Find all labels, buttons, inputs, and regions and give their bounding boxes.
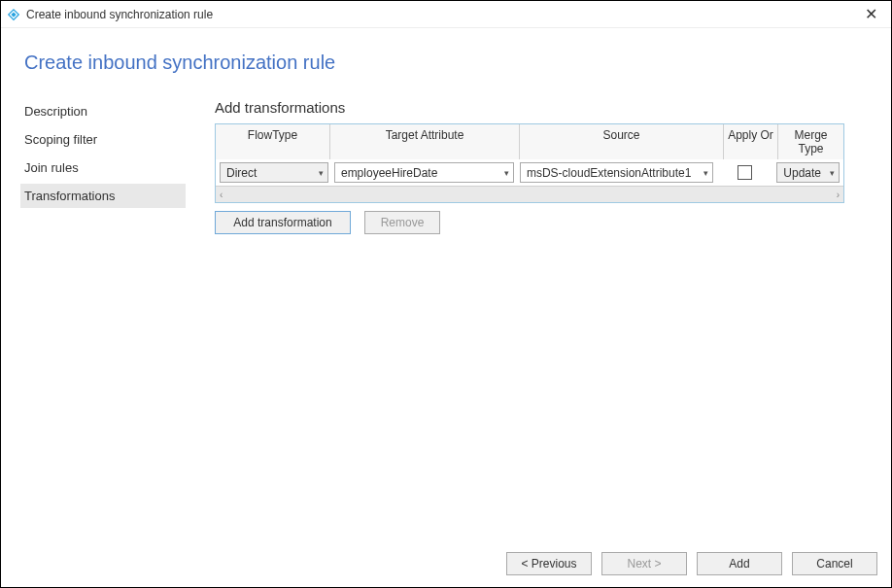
table-row: Direct ▾ employeeHireDate ▾ msDS-cloudEx… [216, 159, 843, 186]
target-attribute-value: employeeHireDate [341, 166, 437, 180]
content-area: Create inbound synchronization rule Desc… [1, 28, 891, 540]
sidebar-item-join-rules[interactable]: Join rules [20, 156, 186, 180]
source-value: msDS-cloudExtensionAttribute1 [527, 166, 691, 180]
flowtype-value: Direct [226, 166, 257, 180]
page-title: Create inbound synchronization rule [20, 52, 872, 74]
main-panel: Add transformations FlowType Target Attr… [215, 99, 872, 234]
window-title: Create inbound synchronization rule [26, 8, 857, 21]
scroll-left-icon[interactable]: ‹ [220, 190, 223, 200]
close-icon[interactable]: ✕ [857, 5, 885, 23]
next-button[interactable]: Next > [601, 552, 687, 575]
table-header-row: FlowType Target Attribute Source Apply O… [216, 124, 843, 159]
merge-type-dropdown[interactable]: Update ▾ [776, 162, 840, 183]
col-header-flowtype: FlowType [216, 124, 330, 159]
apply-once-checkbox[interactable] [738, 165, 752, 180]
cancel-button[interactable]: Cancel [792, 552, 877, 575]
chevron-down-icon: ▾ [319, 168, 324, 178]
chevron-down-icon: ▾ [830, 168, 835, 178]
chevron-down-icon: ▾ [703, 168, 708, 178]
remove-button[interactable]: Remove [364, 211, 440, 234]
wizard-footer: < Previous Next > Add Cancel [1, 540, 891, 587]
target-attribute-dropdown[interactable]: employeeHireDate ▾ [334, 162, 514, 183]
add-button[interactable]: Add [697, 552, 782, 575]
sidebar-item-description[interactable]: Description [20, 99, 186, 123]
sidebar-item-scoping-filter[interactable]: Scoping filter [20, 127, 186, 152]
transformations-table: FlowType Target Attribute Source Apply O… [215, 123, 844, 203]
col-header-target-attribute: Target Attribute [330, 124, 520, 159]
add-transformation-button[interactable]: Add transformation [215, 211, 351, 234]
flowtype-dropdown[interactable]: Direct ▾ [220, 162, 328, 183]
section-heading: Add transformations [215, 99, 872, 116]
previous-button[interactable]: < Previous [506, 552, 592, 575]
col-header-source: Source [520, 124, 724, 159]
chevron-down-icon: ▾ [504, 168, 509, 178]
col-header-merge-type: Merge Type [778, 124, 843, 159]
source-dropdown[interactable]: msDS-cloudExtensionAttribute1 ▾ [520, 162, 713, 183]
sidebar-item-transformations[interactable]: Transformations [20, 184, 186, 208]
merge-type-value: Update [783, 166, 821, 180]
titlebar: Create inbound synchronization rule ✕ [1, 1, 891, 28]
app-icon [7, 8, 20, 21]
horizontal-scrollbar[interactable]: ‹ › [216, 186, 843, 202]
scroll-right-icon[interactable]: › [837, 190, 840, 200]
wizard-sidebar: Description Scoping filter Join rules Tr… [20, 99, 186, 234]
col-header-apply-once: Apply Or [724, 124, 778, 159]
table-action-row: Add transformation Remove [215, 211, 872, 234]
